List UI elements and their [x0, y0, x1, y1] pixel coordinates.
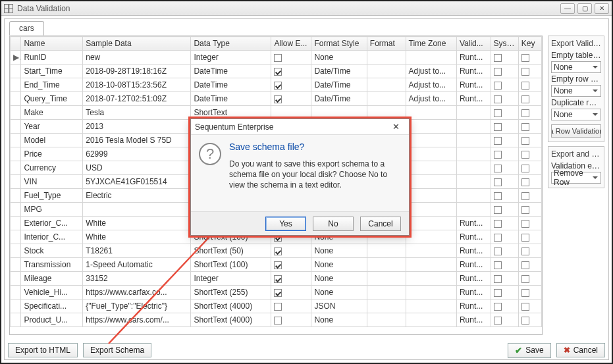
- checkbox[interactable]: [494, 178, 502, 186]
- table-row[interactable]: Product_U...https://www.cars.com/...Shor…: [11, 313, 542, 327]
- dialog-cancel-button[interactable]: Cancel: [360, 217, 401, 231]
- checkbox[interactable]: [521, 303, 529, 311]
- data-row-validation-script-button[interactable]: Data Row Validation Script: [551, 124, 601, 138]
- checkbox[interactable]: [494, 151, 502, 159]
- checkbox[interactable]: [521, 261, 529, 269]
- checkbox[interactable]: [521, 123, 529, 131]
- export-validation-group: Export Validation Empty table handling N…: [548, 36, 604, 142]
- checkbox[interactable]: [521, 192, 529, 200]
- checkbox[interactable]: [274, 317, 282, 325]
- checkbox[interactable]: [494, 275, 502, 283]
- checkbox[interactable]: [494, 123, 502, 131]
- checkbox[interactable]: [521, 95, 529, 103]
- col-header[interactable]: Allow E...: [271, 37, 311, 51]
- checkbox[interactable]: [494, 82, 502, 90]
- checkbox[interactable]: [274, 261, 282, 269]
- table-row[interactable]: Specificati...{"Fuel_Type":"Electric"}Sh…: [11, 299, 542, 313]
- checkbox[interactable]: [521, 220, 529, 228]
- check-icon: ✔: [515, 346, 522, 355]
- checkbox[interactable]: [274, 275, 282, 283]
- dialog-body-text: Do you want to save this export schema t…: [229, 159, 401, 191]
- empty-table-combo[interactable]: None: [551, 61, 601, 73]
- checkbox[interactable]: [274, 303, 282, 311]
- col-header[interactable]: Data Type: [191, 37, 271, 51]
- maximize-button[interactable]: ▢: [577, 3, 592, 14]
- checkbox[interactable]: [521, 275, 529, 283]
- table-row[interactable]: Vehicle_Hi...https://www.carfax.co...Sho…: [11, 286, 542, 299]
- table-row[interactable]: ▶RunIDnewIntegerNoneRunt...: [11, 51, 542, 65]
- col-header[interactable]: Format Style: [311, 37, 367, 51]
- checkbox[interactable]: [494, 165, 502, 172]
- checkbox[interactable]: [494, 220, 502, 228]
- checkbox[interactable]: [521, 206, 529, 214]
- checkbox[interactable]: [494, 289, 502, 297]
- checkbox[interactable]: [494, 137, 502, 145]
- dialog-heading: Save schema file?: [229, 142, 401, 152]
- checkbox[interactable]: [274, 68, 282, 76]
- dialog-close-button[interactable]: ✕: [386, 121, 405, 133]
- table-row[interactable]: MakeTeslaShortText: [11, 106, 542, 120]
- close-button[interactable]: ✕: [595, 3, 609, 14]
- export-schema-button[interactable]: Export Schema: [83, 343, 151, 357]
- checkbox[interactable]: [494, 192, 502, 200]
- checkbox[interactable]: [521, 54, 529, 62]
- export-to-html-button[interactable]: Export to HTML: [8, 343, 78, 357]
- question-icon: ?: [199, 143, 221, 165]
- checkbox[interactable]: [494, 234, 502, 242]
- checkbox[interactable]: [494, 54, 502, 62]
- tab-cars[interactable]: cars: [9, 21, 44, 36]
- checkbox[interactable]: [274, 95, 282, 103]
- titlebar: Data Validation — ▢ ✕: [1, 1, 612, 16]
- table-row[interactable]: Start_Time2018-09-28T19:18:16ZDateTimeDa…: [11, 65, 542, 78]
- error-handling-combo[interactable]: Remove Row: [551, 172, 601, 184]
- duplicate-row-combo[interactable]: None: [551, 109, 601, 120]
- checkbox[interactable]: [274, 82, 282, 90]
- checkbox[interactable]: [521, 178, 529, 186]
- checkbox[interactable]: [494, 68, 502, 76]
- checkbox[interactable]: [494, 109, 502, 117]
- checkbox[interactable]: [494, 303, 502, 311]
- checkbox[interactable]: [494, 317, 502, 325]
- minimize-button[interactable]: —: [560, 3, 575, 14]
- checkbox[interactable]: [494, 95, 502, 103]
- checkbox[interactable]: [521, 82, 529, 90]
- checkbox[interactable]: [521, 109, 529, 117]
- col-header[interactable]: Syst...: [491, 37, 518, 51]
- checkbox[interactable]: [521, 247, 529, 255]
- checkbox[interactable]: [494, 206, 502, 214]
- duplicate-row-label: Duplicate row handling: [551, 98, 601, 107]
- table-row[interactable]: StockT18261ShortText (50)NoneRunt...: [11, 244, 542, 258]
- checkbox[interactable]: [274, 54, 282, 62]
- empty-table-label: Empty table handling: [551, 51, 601, 60]
- checkbox[interactable]: [521, 151, 529, 159]
- save-schema-dialog: Sequentum Enterprise ✕ ? Save schema fil…: [190, 118, 410, 236]
- empty-row-label: Empty row handling: [551, 74, 601, 84]
- checkbox[interactable]: [274, 289, 282, 297]
- table-row[interactable]: Mileage33152IntegerNoneRunt...: [11, 272, 542, 286]
- x-icon: ✖: [564, 346, 570, 355]
- checkbox[interactable]: [494, 247, 502, 255]
- col-header[interactable]: Key: [518, 37, 541, 51]
- col-header[interactable]: Name: [21, 37, 83, 51]
- checkbox[interactable]: [521, 234, 529, 242]
- window-title: Data Validation: [17, 4, 70, 13]
- dialog-yes-button[interactable]: Yes: [265, 217, 306, 231]
- col-header[interactable]: Format: [367, 37, 406, 51]
- empty-row-combo[interactable]: None: [551, 85, 601, 97]
- col-header[interactable]: Valid...: [456, 37, 491, 51]
- col-header[interactable]: Sample Data: [83, 37, 191, 51]
- checkbox[interactable]: [274, 247, 282, 255]
- checkbox[interactable]: [521, 165, 529, 172]
- save-button[interactable]: ✔ Save: [508, 343, 550, 358]
- col-header[interactable]: Time Zone: [406, 37, 456, 51]
- checkbox[interactable]: [521, 317, 529, 325]
- checkbox[interactable]: [494, 261, 502, 269]
- checkbox[interactable]: [521, 137, 529, 145]
- dialog-no-button[interactable]: No: [313, 217, 354, 231]
- table-row[interactable]: Transmission1-Speed AutomaticShortText (…: [11, 258, 542, 272]
- table-row[interactable]: Query_Time2018-07-12T02:51:09ZDateTimeDa…: [11, 92, 542, 106]
- table-row[interactable]: End_Time2018-10-08T15:23:56ZDateTimeDate…: [11, 78, 542, 92]
- checkbox[interactable]: [521, 68, 529, 76]
- checkbox[interactable]: [521, 289, 529, 297]
- cancel-button[interactable]: ✖ Cancel: [556, 343, 605, 357]
